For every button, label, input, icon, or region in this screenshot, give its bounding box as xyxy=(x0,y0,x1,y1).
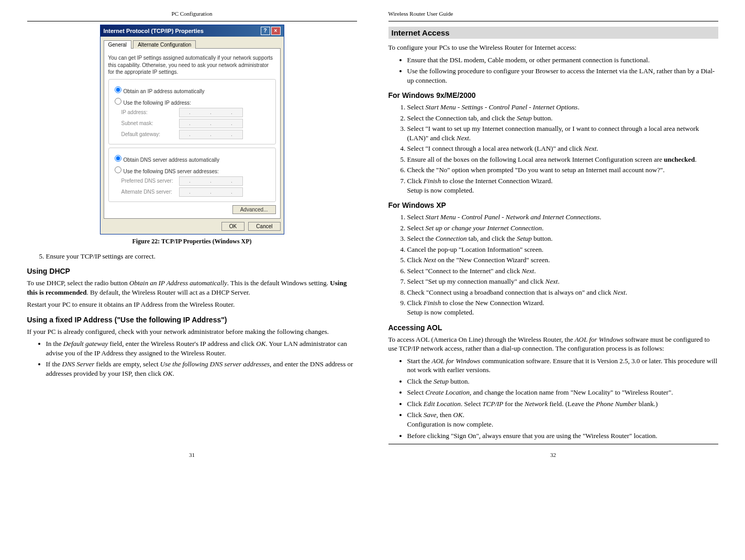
list-item: Click Next on the "New Connection Wizard… xyxy=(407,255,718,265)
heading-internet-access: Internet Access xyxy=(388,27,718,39)
page-right: Wireless Router User Guide Internet Acce… xyxy=(373,0,734,463)
radio-obtain-ip-label: Obtain an IP address automatically xyxy=(124,88,205,94)
list-item: Click Save, then OK.Configuration is now… xyxy=(407,410,718,429)
internet-intro: To configure your PCs to use the Wireles… xyxy=(388,43,718,52)
page-header-right: Wireless Router User Guide xyxy=(388,10,718,17)
page-left: PC Configuration Internet Protocol (TCP/… xyxy=(12,0,373,463)
figure-caption: Figure 22: TCP/IP Properties (Windows XP… xyxy=(27,238,357,245)
list-item: Select "I want to set up my Internet con… xyxy=(407,124,718,142)
subnet-label: Subnet mask: xyxy=(121,120,179,126)
dialog-titlebar: Internet Protocol (TCP/IP) Properties ? … xyxy=(101,25,284,37)
ip-address-label: IP address: xyxy=(121,109,179,115)
radio-use-ip-label: Use the following IP address: xyxy=(124,100,191,106)
radio-use-dns-label: Use the following DNS server addresses: xyxy=(124,169,219,174)
gateway-label: Default gateway: xyxy=(121,131,179,137)
list-item: Before clicking "Sign On", always ensure… xyxy=(407,431,718,441)
dialog-title: Internet Protocol (TCP/IP) Properties xyxy=(104,28,204,34)
heading-winxp: For Windows XP xyxy=(388,201,718,209)
list-item: Select the Connection tab, and click the… xyxy=(407,234,718,243)
radio-obtain-dns[interactable] xyxy=(115,155,121,162)
close-icon[interactable]: × xyxy=(271,27,281,35)
tab-general[interactable]: General xyxy=(104,40,132,49)
list-item: Select Set up or change your Internet Co… xyxy=(407,223,718,233)
list-item: Use the following procedure to configure… xyxy=(407,66,718,85)
list-item: Ensure all of the boxes on the following… xyxy=(407,155,718,164)
radio-use-dns[interactable] xyxy=(115,166,121,173)
list-item: Check the "No" option when prompted "Do … xyxy=(407,165,718,175)
list-item: Select Create Location, and change the l… xyxy=(407,388,718,397)
win9x-steps: Select Start Menu - Settings - Control P… xyxy=(388,103,718,195)
subnet-field[interactable]: ... xyxy=(179,119,243,128)
radio-obtain-dns-label: Obtain DNS server address automatically xyxy=(124,157,219,163)
page-number-left: 31 xyxy=(189,452,195,458)
divider xyxy=(388,444,718,444)
step-list: Ensure your TCP/IP settings are correct. xyxy=(27,252,357,261)
heading-win9x: For Windows 9x/ME/2000 xyxy=(388,91,718,99)
divider xyxy=(388,21,718,21)
dhcp-para-2: Restart your PC to ensure it obtains an … xyxy=(27,300,357,309)
heading-fixed-ip: Using a fixed IP Address ("Use the follo… xyxy=(27,316,357,324)
advanced-button[interactable]: Advanced... xyxy=(232,205,276,214)
alt-dns-label: Alternate DNS server: xyxy=(121,189,179,195)
ip-address-field[interactable]: ... xyxy=(179,108,243,117)
aol-list: Start the AOL for Windows communication … xyxy=(388,356,718,440)
pref-dns-label: Preferred DNS server: xyxy=(121,178,179,184)
fixed-ip-intro: If your PC is already configured, check … xyxy=(27,327,357,337)
list-item: Click Edit Location. Select TCP/IP for t… xyxy=(407,399,718,409)
list-item: Cancel the pop-up "Location Information"… xyxy=(407,245,718,254)
dialog-body: You can get IP settings assigned automat… xyxy=(104,48,281,219)
fixed-ip-item-1: In the Default gateway field, enter the … xyxy=(46,339,357,357)
internet-intro-list: Ensure that the DSL modem, Cable modem, … xyxy=(388,55,718,85)
alt-dns-field[interactable]: ... xyxy=(179,187,243,197)
list-item: Select Start Menu - Settings - Control P… xyxy=(407,103,718,112)
heading-aol: Accessing AOL xyxy=(388,323,718,332)
list-item: Select "Set up my connection manually" a… xyxy=(407,277,718,286)
list-item: Click the Setup button. xyxy=(407,377,718,386)
list-item: Click Finish to close the Internet Conne… xyxy=(407,176,718,195)
list-item: Click Finish to close the New Connection… xyxy=(407,298,718,317)
radio-obtain-ip[interactable] xyxy=(115,86,121,93)
page-number-right: 32 xyxy=(550,452,556,458)
gateway-field[interactable]: ... xyxy=(179,130,243,139)
winxp-steps: Select Start Menu - Control Panel - Netw… xyxy=(388,212,718,317)
dialog-tabs: General Alternate Configuration xyxy=(101,37,284,48)
cancel-button[interactable]: Cancel xyxy=(248,222,280,231)
dhcp-para-1: To use DHCP, select the radio button Obt… xyxy=(27,278,357,297)
list-item: Check "Connect using a broadband connect… xyxy=(407,288,718,297)
help-icon[interactable]: ? xyxy=(261,27,270,35)
list-item: Select Start Menu - Control Panel - Netw… xyxy=(407,212,718,222)
aol-intro: To access AOL (America On Line) through … xyxy=(388,335,718,353)
heading-dhcp: Using DHCP xyxy=(27,267,357,275)
list-item: Start the AOL for Windows communication … xyxy=(407,356,718,375)
list-item: Select "Connect to the Internet" and cli… xyxy=(407,266,718,276)
list-item: Select the Connection tab, and click the… xyxy=(407,114,718,123)
tab-alternate[interactable]: Alternate Configuration xyxy=(133,40,196,49)
step-5: Ensure your TCP/IP settings are correct. xyxy=(46,252,357,261)
fixed-ip-item-2: If the DNS Server fields are empty, sele… xyxy=(46,360,357,378)
radio-use-ip[interactable] xyxy=(115,98,121,105)
page-header-left: PC Configuration xyxy=(27,10,357,17)
divider xyxy=(27,21,357,21)
fixed-ip-list: In the Default gateway field, enter the … xyxy=(27,339,357,378)
dialog-intro: You can get IP settings assigned automat… xyxy=(108,54,276,76)
pref-dns-field[interactable]: ... xyxy=(179,176,243,186)
ok-button[interactable]: OK xyxy=(221,222,244,231)
tcpip-dialog: Internet Protocol (TCP/IP) Properties ? … xyxy=(100,25,284,234)
list-item: Ensure that the DSL modem, Cable modem, … xyxy=(407,55,718,65)
list-item: Select "I connect through a local area n… xyxy=(407,144,718,153)
